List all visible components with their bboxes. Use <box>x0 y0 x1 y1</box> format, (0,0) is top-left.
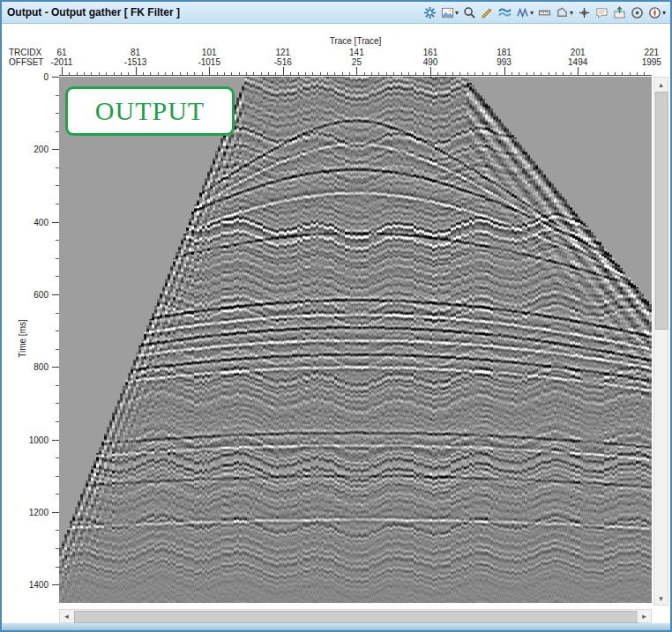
compare-curves-icon[interactable] <box>497 4 512 21</box>
time-tick-label: 1000 <box>29 435 49 444</box>
axis-tick-label: 1995 <box>642 57 661 67</box>
time-tick-label: 600 <box>34 290 49 300</box>
axis-tick-label: -1513 <box>124 57 147 67</box>
vertical-scroll-thumb[interactable] <box>655 92 668 330</box>
output-badge: OUTPUT <box>65 86 235 136</box>
export-image-icon[interactable] <box>612 4 627 21</box>
scroll-left-icon[interactable]: ◂ <box>60 610 73 622</box>
dropdown-caret-icon[interactable]: ▾ <box>530 9 534 17</box>
pick-icon[interactable] <box>480 4 495 21</box>
axis-tick-label: 25 <box>352 57 362 67</box>
zoom-region-icon[interactable] <box>630 4 645 21</box>
scroll-down-icon[interactable]: ▾ <box>654 591 668 605</box>
horizontal-scrollbar[interactable]: ◂ ▸ <box>59 609 652 623</box>
axis-tick-label: -516 <box>274 57 292 67</box>
measure-icon[interactable] <box>537 4 552 21</box>
left-ruler <box>52 77 59 603</box>
comment-icon[interactable] <box>594 4 609 21</box>
scroll-right-icon[interactable]: ▸ <box>638 610 651 622</box>
orientation-icon[interactable]: ▾ <box>647 4 667 21</box>
time-tick-label: 0 <box>43 72 49 82</box>
seismic-plot[interactable] <box>59 77 652 603</box>
axis-tick-label: 161 <box>423 48 438 57</box>
axis-tick-label: 61 <box>56 48 66 57</box>
time-tick-label: 400 <box>34 217 49 227</box>
crosshair-icon[interactable] <box>577 4 592 21</box>
axis-tick-label: 221 <box>644 48 659 57</box>
time-tick-label: 1200 <box>29 508 49 517</box>
dropdown-caret-icon[interactable]: ▾ <box>662 9 666 17</box>
axis-tick-label: 1494 <box>568 57 587 67</box>
axis-tick-label: 490 <box>423 57 438 67</box>
axis-tick-label: 181 <box>497 48 511 57</box>
dropdown-caret-icon[interactable]: ▾ <box>570 9 573 17</box>
time-tick-label: 1400 <box>29 580 49 590</box>
window-title: Output - Output gather [ FK Filter ] <box>7 6 180 19</box>
top-ruler <box>59 67 652 76</box>
trace-axis-title: Trace [Trace] <box>59 36 652 46</box>
vertical-scrollbar[interactable]: ▴ ▾ <box>653 77 668 606</box>
zoom-icon[interactable] <box>462 4 477 21</box>
axis-tick-label: 201 <box>571 48 586 57</box>
axis-tick-label: -2011 <box>51 57 73 67</box>
titlebar: Output - Output gather [ FK Filter ] ▾▾▾… <box>2 2 670 24</box>
settings-icon[interactable] <box>422 4 437 21</box>
scroll-up-icon[interactable]: ▴ <box>654 78 668 91</box>
axis-tick-label: 121 <box>275 48 290 57</box>
dropdown-caret-icon[interactable]: ▾ <box>455 9 459 17</box>
wiggle-display-icon[interactable]: ▾ <box>515 4 534 21</box>
axis-tick-label: 141 <box>349 48 364 57</box>
time-tick-label: 800 <box>34 362 49 372</box>
time-tick-label: 200 <box>34 145 49 154</box>
axis-tick-label: 101 <box>202 48 217 57</box>
snapshot-icon[interactable]: ▾ <box>440 4 459 21</box>
trcidx-axis-label: TRCIDX <box>9 48 41 57</box>
horizontal-scroll-thumb[interactable] <box>74 611 638 623</box>
window-bottom-frame <box>2 623 670 630</box>
axis-tick-label: -1015 <box>198 57 220 67</box>
axis-tick-label: 993 <box>497 57 511 67</box>
app-window: Output - Output gather [ FK Filter ] ▾▾▾… <box>0 0 672 632</box>
offset-axis-label: OFFSET <box>9 57 43 67</box>
toolbar: ▾▾▾▾ <box>422 4 667 21</box>
polygon-icon[interactable]: ▾ <box>555 4 574 21</box>
time-tick-labels: 0200400600800100012001400 <box>19 77 50 603</box>
axis-tick-label: 81 <box>131 48 140 57</box>
